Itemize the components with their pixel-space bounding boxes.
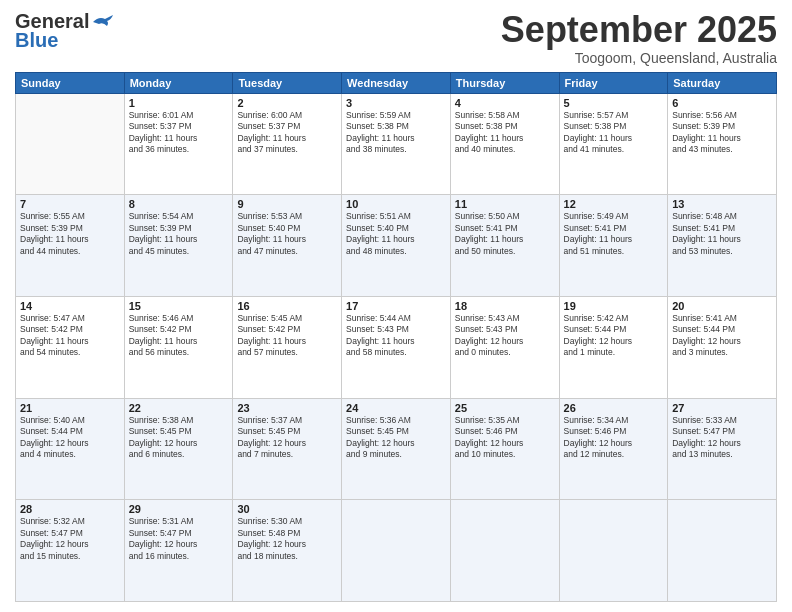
day-number: 23 [237, 402, 337, 414]
calendar-cell: 11Sunrise: 5:50 AMSunset: 5:41 PMDayligh… [450, 195, 559, 297]
calendar-cell: 9Sunrise: 5:53 AMSunset: 5:40 PMDaylight… [233, 195, 342, 297]
calendar-week-row: 7Sunrise: 5:55 AMSunset: 5:39 PMDaylight… [16, 195, 777, 297]
calendar-cell: 5Sunrise: 5:57 AMSunset: 5:38 PMDaylight… [559, 93, 668, 195]
calendar-cell: 25Sunrise: 5:35 AMSunset: 5:46 PMDayligh… [450, 398, 559, 500]
calendar-cell: 18Sunrise: 5:43 AMSunset: 5:43 PMDayligh… [450, 296, 559, 398]
day-number: 22 [129, 402, 229, 414]
day-info: Sunrise: 5:56 AMSunset: 5:39 PMDaylight:… [672, 110, 772, 156]
calendar-cell: 2Sunrise: 6:00 AMSunset: 5:37 PMDaylight… [233, 93, 342, 195]
calendar-week-row: 1Sunrise: 6:01 AMSunset: 5:37 PMDaylight… [16, 93, 777, 195]
day-info: Sunrise: 6:01 AMSunset: 5:37 PMDaylight:… [129, 110, 229, 156]
logo-blue: Blue [15, 29, 58, 52]
calendar-week-row: 14Sunrise: 5:47 AMSunset: 5:42 PMDayligh… [16, 296, 777, 398]
calendar-cell [342, 500, 451, 602]
calendar-table: Sunday Monday Tuesday Wednesday Thursday… [15, 72, 777, 602]
day-number: 26 [564, 402, 664, 414]
day-number: 28 [20, 503, 120, 515]
day-info: Sunrise: 5:43 AMSunset: 5:43 PMDaylight:… [455, 313, 555, 359]
calendar-cell [16, 93, 125, 195]
day-info: Sunrise: 5:32 AMSunset: 5:47 PMDaylight:… [20, 516, 120, 562]
calendar-cell: 4Sunrise: 5:58 AMSunset: 5:38 PMDaylight… [450, 93, 559, 195]
day-number: 1 [129, 97, 229, 109]
month-title: September 2025 [501, 10, 777, 50]
day-number: 15 [129, 300, 229, 312]
day-number: 9 [237, 198, 337, 210]
day-info: Sunrise: 5:53 AMSunset: 5:40 PMDaylight:… [237, 211, 337, 257]
day-info: Sunrise: 5:58 AMSunset: 5:38 PMDaylight:… [455, 110, 555, 156]
logo: General Blue [15, 10, 113, 52]
day-info: Sunrise: 5:38 AMSunset: 5:45 PMDaylight:… [129, 415, 229, 461]
day-info: Sunrise: 5:51 AMSunset: 5:40 PMDaylight:… [346, 211, 446, 257]
calendar-cell: 23Sunrise: 5:37 AMSunset: 5:45 PMDayligh… [233, 398, 342, 500]
calendar-cell: 17Sunrise: 5:44 AMSunset: 5:43 PMDayligh… [342, 296, 451, 398]
day-info: Sunrise: 5:54 AMSunset: 5:39 PMDaylight:… [129, 211, 229, 257]
day-number: 21 [20, 402, 120, 414]
logo-bird-icon [91, 14, 113, 30]
calendar-cell: 22Sunrise: 5:38 AMSunset: 5:45 PMDayligh… [124, 398, 233, 500]
calendar-cell [668, 500, 777, 602]
day-info: Sunrise: 5:33 AMSunset: 5:47 PMDaylight:… [672, 415, 772, 461]
day-number: 2 [237, 97, 337, 109]
day-info: Sunrise: 5:45 AMSunset: 5:42 PMDaylight:… [237, 313, 337, 359]
col-friday: Friday [559, 72, 668, 93]
day-number: 13 [672, 198, 772, 210]
calendar-cell: 14Sunrise: 5:47 AMSunset: 5:42 PMDayligh… [16, 296, 125, 398]
calendar-cell: 29Sunrise: 5:31 AMSunset: 5:47 PMDayligh… [124, 500, 233, 602]
day-number: 27 [672, 402, 772, 414]
day-info: Sunrise: 5:48 AMSunset: 5:41 PMDaylight:… [672, 211, 772, 257]
day-info: Sunrise: 5:59 AMSunset: 5:38 PMDaylight:… [346, 110, 446, 156]
day-info: Sunrise: 5:49 AMSunset: 5:41 PMDaylight:… [564, 211, 664, 257]
title-block: September 2025 Toogoom, Queensland, Aust… [501, 10, 777, 66]
day-number: 5 [564, 97, 664, 109]
calendar-cell: 30Sunrise: 5:30 AMSunset: 5:48 PMDayligh… [233, 500, 342, 602]
calendar-cell: 27Sunrise: 5:33 AMSunset: 5:47 PMDayligh… [668, 398, 777, 500]
day-info: Sunrise: 6:00 AMSunset: 5:37 PMDaylight:… [237, 110, 337, 156]
day-number: 3 [346, 97, 446, 109]
calendar-cell: 3Sunrise: 5:59 AMSunset: 5:38 PMDaylight… [342, 93, 451, 195]
day-info: Sunrise: 5:36 AMSunset: 5:45 PMDaylight:… [346, 415, 446, 461]
day-number: 10 [346, 198, 446, 210]
col-sunday: Sunday [16, 72, 125, 93]
calendar-week-row: 28Sunrise: 5:32 AMSunset: 5:47 PMDayligh… [16, 500, 777, 602]
day-number: 11 [455, 198, 555, 210]
calendar-cell: 19Sunrise: 5:42 AMSunset: 5:44 PMDayligh… [559, 296, 668, 398]
day-number: 30 [237, 503, 337, 515]
col-thursday: Thursday [450, 72, 559, 93]
day-number: 25 [455, 402, 555, 414]
col-monday: Monday [124, 72, 233, 93]
calendar-cell: 12Sunrise: 5:49 AMSunset: 5:41 PMDayligh… [559, 195, 668, 297]
calendar-cell: 10Sunrise: 5:51 AMSunset: 5:40 PMDayligh… [342, 195, 451, 297]
col-wednesday: Wednesday [342, 72, 451, 93]
day-info: Sunrise: 5:57 AMSunset: 5:38 PMDaylight:… [564, 110, 664, 156]
col-saturday: Saturday [668, 72, 777, 93]
calendar-cell [559, 500, 668, 602]
calendar-cell: 6Sunrise: 5:56 AMSunset: 5:39 PMDaylight… [668, 93, 777, 195]
calendar-week-row: 21Sunrise: 5:40 AMSunset: 5:44 PMDayligh… [16, 398, 777, 500]
calendar-header-row: Sunday Monday Tuesday Wednesday Thursday… [16, 72, 777, 93]
day-info: Sunrise: 5:42 AMSunset: 5:44 PMDaylight:… [564, 313, 664, 359]
day-info: Sunrise: 5:40 AMSunset: 5:44 PMDaylight:… [20, 415, 120, 461]
calendar-cell: 28Sunrise: 5:32 AMSunset: 5:47 PMDayligh… [16, 500, 125, 602]
day-info: Sunrise: 5:34 AMSunset: 5:46 PMDaylight:… [564, 415, 664, 461]
location-subtitle: Toogoom, Queensland, Australia [501, 50, 777, 66]
calendar-cell: 1Sunrise: 6:01 AMSunset: 5:37 PMDaylight… [124, 93, 233, 195]
calendar-cell: 8Sunrise: 5:54 AMSunset: 5:39 PMDaylight… [124, 195, 233, 297]
day-info: Sunrise: 5:31 AMSunset: 5:47 PMDaylight:… [129, 516, 229, 562]
day-number: 16 [237, 300, 337, 312]
day-number: 12 [564, 198, 664, 210]
calendar-cell: 7Sunrise: 5:55 AMSunset: 5:39 PMDaylight… [16, 195, 125, 297]
day-number: 20 [672, 300, 772, 312]
day-number: 29 [129, 503, 229, 515]
day-info: Sunrise: 5:47 AMSunset: 5:42 PMDaylight:… [20, 313, 120, 359]
calendar-cell: 15Sunrise: 5:46 AMSunset: 5:42 PMDayligh… [124, 296, 233, 398]
calendar-cell: 16Sunrise: 5:45 AMSunset: 5:42 PMDayligh… [233, 296, 342, 398]
day-info: Sunrise: 5:35 AMSunset: 5:46 PMDaylight:… [455, 415, 555, 461]
day-number: 4 [455, 97, 555, 109]
day-info: Sunrise: 5:41 AMSunset: 5:44 PMDaylight:… [672, 313, 772, 359]
day-number: 6 [672, 97, 772, 109]
page: General Blue September 2025 Toogoom, Que… [0, 0, 792, 612]
calendar-cell: 21Sunrise: 5:40 AMSunset: 5:44 PMDayligh… [16, 398, 125, 500]
header: General Blue September 2025 Toogoom, Que… [15, 10, 777, 66]
day-info: Sunrise: 5:30 AMSunset: 5:48 PMDaylight:… [237, 516, 337, 562]
day-number: 8 [129, 198, 229, 210]
